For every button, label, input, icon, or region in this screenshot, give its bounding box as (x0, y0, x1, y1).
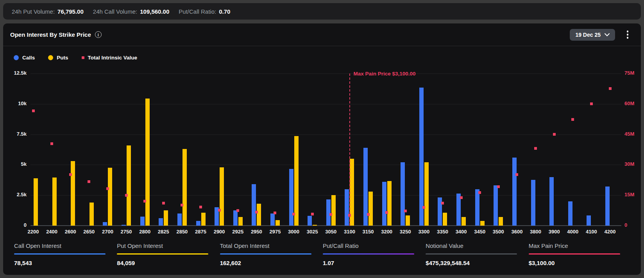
put-volume-value: 76,795.00 (57, 8, 84, 15)
calls-bar[interactable] (252, 184, 256, 226)
intrinsic-value-dot[interactable] (590, 102, 593, 105)
x-axis-tick: 2400 (43, 229, 61, 235)
intrinsic-value-dot[interactable] (422, 206, 425, 209)
intrinsic-value-dot[interactable] (218, 209, 221, 212)
puts-bar[interactable] (424, 162, 429, 226)
calls-bar[interactable] (401, 162, 405, 226)
calls-bar[interactable] (605, 187, 610, 226)
calls-bar[interactable] (122, 225, 126, 226)
puts-bar[interactable] (238, 217, 243, 226)
intrinsic-value-dot[interactable] (125, 194, 128, 197)
intrinsic-value-dot[interactable] (571, 118, 574, 121)
puts-bar[interactable] (313, 225, 317, 226)
puts-bar[interactable] (480, 221, 485, 226)
intrinsic-value-dot[interactable] (162, 202, 165, 204)
intrinsic-value-dot[interactable] (199, 206, 202, 208)
x-axis-tick: 2650 (80, 229, 98, 235)
calls-bar[interactable] (177, 213, 182, 226)
calls-bar[interactable] (289, 169, 293, 226)
calls-bar[interactable] (568, 201, 572, 226)
intrinsic-value-dot[interactable] (404, 210, 407, 212)
puts-bar[interactable] (145, 99, 150, 226)
intrinsic-value-dot[interactable] (181, 204, 183, 206)
intrinsic-value-dot[interactable] (50, 142, 53, 145)
puts-bar[interactable] (443, 213, 447, 226)
intrinsic-value-dot[interactable] (534, 147, 537, 150)
puts-bar[interactable] (462, 217, 466, 226)
puts-bar[interactable] (331, 195, 336, 226)
calls-bar[interactable] (270, 213, 275, 226)
puts-bar[interactable] (89, 203, 94, 226)
intrinsic-value-dot[interactable] (329, 213, 332, 216)
calls-bar[interactable] (233, 210, 238, 226)
summary-call-oi-value: 78,543 (14, 260, 117, 266)
puts-bar[interactable] (34, 178, 38, 226)
x-axis-tick: 3250 (396, 229, 414, 235)
calls-bar[interactable] (494, 185, 498, 226)
intrinsic-value-dot[interactable] (515, 173, 518, 176)
legend-item-puts[interactable]: Puts (48, 55, 68, 61)
kebab-menu-icon[interactable] (624, 29, 631, 41)
puts-bar[interactable] (201, 213, 206, 226)
legend-item-intrinsic[interactable]: Total Intrinsic Value (82, 55, 138, 61)
puts-bar[interactable] (52, 178, 57, 226)
intrinsic-value-dot[interactable] (236, 209, 239, 212)
x-axis-tick: 2950 (247, 229, 265, 235)
calls-bar[interactable] (196, 221, 200, 226)
calls-bar[interactable] (587, 215, 591, 226)
calls-bar[interactable] (159, 218, 163, 226)
puts-bar[interactable] (71, 161, 75, 226)
gridline (30, 135, 621, 135)
puts-bar[interactable] (164, 210, 168, 226)
intrinsic-value-dot[interactable] (292, 213, 295, 215)
right-axis-tick: 15M (624, 192, 634, 197)
calls-bar[interactable] (382, 182, 386, 226)
puts-bar[interactable] (369, 192, 373, 226)
panel-title: Open Interest By Strike Price (10, 31, 91, 38)
calls-bar[interactable] (419, 88, 424, 226)
puts-bar[interactable] (275, 220, 280, 226)
intrinsic-value-dot[interactable] (553, 133, 556, 136)
calls-bar[interactable] (326, 199, 331, 226)
puts-bar[interactable] (294, 136, 299, 226)
intrinsic-value-dot[interactable] (32, 109, 35, 112)
intrinsic-value-dot[interactable] (255, 211, 258, 213)
calls-bar[interactable] (103, 222, 107, 226)
calls-bar[interactable] (549, 177, 554, 226)
intrinsic-value-dot[interactable] (478, 191, 481, 194)
x-axis-tick: 3100 (340, 229, 358, 235)
chevron-down-icon (605, 33, 610, 36)
intrinsic-value-dot[interactable] (274, 212, 276, 214)
right-axis-tick: 45M (624, 131, 634, 137)
intrinsic-value-dot[interactable] (609, 87, 612, 90)
intrinsic-value-dot[interactable] (88, 180, 90, 183)
calls-bar[interactable] (475, 189, 479, 226)
legend-item-calls[interactable]: Calls (14, 55, 35, 61)
puts-bar[interactable] (387, 181, 392, 226)
calls-bar[interactable] (308, 216, 312, 226)
intrinsic-value-dot[interactable] (497, 185, 500, 188)
puts-swatch-icon (48, 55, 53, 60)
intrinsic-value-dot[interactable] (385, 211, 388, 214)
intrinsic-value-dot[interactable] (367, 213, 370, 216)
puts-bar[interactable] (406, 215, 410, 226)
expiry-date-dropdown[interactable]: 19 Dec 25 (570, 29, 615, 41)
right-axis-tick: 75M (624, 70, 634, 76)
calls-bar[interactable] (345, 189, 349, 226)
intrinsic-value-dot[interactable] (106, 187, 109, 190)
info-icon[interactable]: i (95, 31, 102, 38)
intrinsic-value-dot[interactable] (69, 173, 72, 176)
calls-bar[interactable] (512, 158, 517, 226)
intrinsic-value-dot[interactable] (441, 202, 444, 204)
calls-bar[interactable] (140, 217, 145, 226)
puts-bar[interactable] (220, 167, 224, 226)
intrinsic-value-dot[interactable] (460, 196, 463, 199)
puts-bar[interactable] (499, 217, 503, 226)
puts-bar[interactable] (127, 145, 131, 226)
intrinsic-value-dot[interactable] (143, 200, 146, 203)
puts-bar[interactable] (257, 204, 261, 226)
calls-bar[interactable] (531, 180, 535, 226)
puts-bar[interactable] (182, 149, 187, 226)
intrinsic-value-dot[interactable] (311, 213, 314, 215)
puts-bar[interactable] (108, 168, 112, 226)
